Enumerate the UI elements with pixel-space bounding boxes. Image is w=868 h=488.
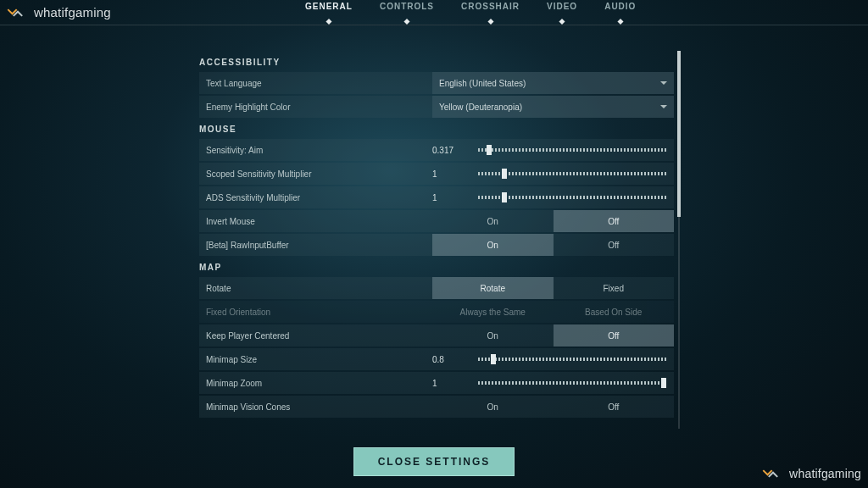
toggle-rawinput-on[interactable]: On <box>432 234 554 256</box>
row-minimap-zoom: Minimap Zoom 1 <box>199 372 674 394</box>
row-text-language: Text Language English (United States) <box>199 72 674 94</box>
label-enemy-highlight: Enemy Highlight Color <box>199 103 432 112</box>
label-invert-mouse: Invert Mouse <box>199 217 432 226</box>
section-accessibility: ACCESSIBILITY <box>199 58 674 67</box>
dropdown-text-language[interactable]: English (United States) <box>432 72 674 94</box>
settings-scroll-area[interactable]: ACCESSIBILITY Text Language English (Uni… <box>199 51 674 437</box>
label-minimap-zoom: Minimap Zoom <box>199 379 432 388</box>
row-enemy-highlight: Enemy Highlight Color Yellow (Deuteranop… <box>199 96 674 118</box>
tab-general[interactable]: GENERAL <box>305 2 353 21</box>
row-sensitivity-aim: Sensitivity: Aim 0.317 <box>199 139 674 161</box>
slider-knob[interactable] <box>491 354 496 364</box>
slider-knob[interactable] <box>661 378 666 388</box>
row-scoped-sens: Scoped Sensitivity Multiplier 1 <box>199 163 674 185</box>
row-rotate: Rotate Rotate Fixed <box>199 277 674 299</box>
dropdown-text-language-value: English (United States) <box>439 79 526 88</box>
section-mouse: MOUSE <box>199 125 674 134</box>
toggle-invert-mouse: On Off <box>432 210 674 232</box>
row-fixed-orientation: Fixed Orientation Always the Same Based … <box>199 301 674 323</box>
section-map: MAP <box>199 263 674 272</box>
toggle-fixed-orientation: Always the Same Based On Side <box>432 301 674 323</box>
dropdown-enemy-highlight[interactable]: Yellow (Deuteranopia) <box>432 96 674 118</box>
toggle-vc-off[interactable]: Off <box>554 396 675 418</box>
toggle-invert-on[interactable]: On <box>432 210 554 232</box>
label-ads-sens: ADS Sensitivity Multiplier <box>199 193 432 202</box>
row-minimap-size: Minimap Size 0.8 <box>199 348 674 370</box>
label-rotate: Rotate <box>199 284 432 293</box>
label-fixed-orientation: Fixed Orientation <box>199 308 432 317</box>
toggle-vc-on[interactable]: On <box>432 396 554 418</box>
label-scoped-sens: Scoped Sensitivity Multiplier <box>199 169 432 179</box>
toggle-keep-centered: On Off <box>432 324 674 347</box>
value-minimap-size: 0.8 <box>432 355 466 364</box>
row-vision-cones: Minimap Vision Cones On Off <box>199 396 674 418</box>
chevron-down-icon <box>660 81 667 85</box>
toggle-fo-same: Always the Same <box>432 301 554 323</box>
slider-minimap-zoom[interactable] <box>478 381 667 385</box>
tab-video[interactable]: VIDEO <box>547 2 577 21</box>
toggle-rawinput-off[interactable]: Off <box>554 234 675 256</box>
brand-logo: whatifgaming <box>0 5 111 20</box>
brand-text: whatifgaming <box>34 5 111 19</box>
scrollbar[interactable] <box>678 51 680 429</box>
settings-tabs: GENERAL CONTROLS CROSSHAIR VIDEO AUDIO <box>305 2 636 21</box>
brand-logo-corner: whatifgaming <box>762 466 861 481</box>
row-invert-mouse: Invert Mouse On Off <box>199 210 674 232</box>
value-minimap-zoom: 1 <box>432 379 466 388</box>
toggle-vision-cones: On Off <box>432 396 674 418</box>
slider-scoped-sens[interactable] <box>478 172 667 175</box>
label-vision-cones: Minimap Vision Cones <box>199 402 432 412</box>
value-ads-sens: 1 <box>432 193 466 202</box>
toggle-rawinput: On Off <box>432 234 674 256</box>
label-rawinput: [Beta] RawInputBuffer <box>199 241 432 250</box>
slider-knob[interactable] <box>487 145 492 155</box>
close-settings-button[interactable]: CLOSE SETTINGS <box>353 447 515 476</box>
label-sensitivity-aim: Sensitivity: Aim <box>199 146 432 155</box>
row-rawinput: [Beta] RawInputBuffer On Off <box>199 234 674 256</box>
label-minimap-size: Minimap Size <box>199 355 432 364</box>
logo-icon <box>762 466 784 481</box>
tab-crosshair[interactable]: CROSSHAIR <box>461 2 520 21</box>
slider-knob[interactable] <box>502 192 507 202</box>
slider-ads-sens[interactable] <box>478 196 667 199</box>
toggle-rotate: Rotate Fixed <box>432 277 674 299</box>
brand-text-corner: whatifgaming <box>789 467 861 480</box>
row-keep-centered: Keep Player Centered On Off <box>199 324 674 347</box>
label-keep-centered: Keep Player Centered <box>199 331 432 341</box>
row-ads-sens: ADS Sensitivity Multiplier 1 <box>199 186 674 208</box>
toggle-kc-on[interactable]: On <box>432 324 554 347</box>
toggle-fo-side: Based On Side <box>554 301 675 323</box>
label-text-language: Text Language <box>199 79 432 88</box>
scrollbar-thumb[interactable] <box>677 51 681 217</box>
chevron-down-icon <box>660 105 667 108</box>
logo-icon <box>7 5 29 20</box>
dropdown-enemy-highlight-value: Yellow (Deuteranopia) <box>439 103 522 112</box>
tab-audio[interactable]: AUDIO <box>604 2 636 21</box>
toggle-rotate-fixed[interactable]: Fixed <box>554 277 675 299</box>
toggle-rotate-rotate[interactable]: Rotate <box>432 277 554 299</box>
value-scoped-sens: 1 <box>432 169 466 179</box>
toggle-invert-off[interactable]: Off <box>554 210 675 232</box>
value-sensitivity-aim: 0.317 <box>432 146 466 155</box>
toggle-kc-off[interactable]: Off <box>554 324 675 347</box>
slider-minimap-size[interactable] <box>478 358 667 361</box>
tab-controls[interactable]: CONTROLS <box>380 2 434 21</box>
slider-sensitivity-aim[interactable] <box>478 148 667 152</box>
slider-knob[interactable] <box>502 169 507 179</box>
